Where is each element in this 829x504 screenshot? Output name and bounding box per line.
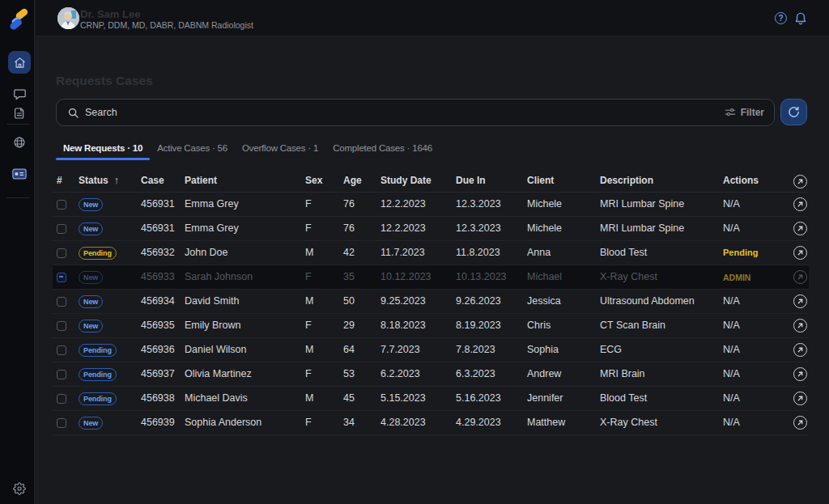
topbar: Dr. Sam Lee CRNP, DDM, MD, DABR, DABNM R… (36, 0, 829, 36)
description-value: Ultrasound Abdomen (600, 295, 695, 307)
age-value: 53 (343, 368, 355, 379)
table-row[interactable]: Pending 456936 Daniel Wilson M 64 7.7.20… (53, 338, 809, 362)
status-badge: New (79, 271, 103, 284)
sidebar-item-network[interactable] (8, 133, 31, 152)
case-number: 456938 (141, 392, 175, 404)
patient-name: Olivia Martinez (185, 368, 252, 379)
table-row[interactable]: Pending 456932 John Doe M 42 11.7.2023 1… (53, 241, 809, 265)
arrow-up-right-icon (797, 346, 804, 354)
action-value: Pending (723, 248, 758, 257)
due-in-value: 9.26.2023 (456, 295, 501, 307)
sex-value: M (305, 295, 313, 307)
study-date-value: 10.12.2023 (380, 271, 432, 282)
col-description: Description (600, 175, 653, 186)
cases-table: # Status↑ Case Patient Sex Age Study Dat… (53, 170, 809, 435)
due-in-value: 12.3.2023 (456, 198, 501, 210)
study-date-value: 7.7.2023 (380, 344, 420, 355)
sex-value: F (305, 271, 312, 282)
row-checkbox[interactable] (57, 297, 66, 307)
open-case-button[interactable] (793, 343, 807, 357)
arrow-up-right-icon (797, 249, 804, 256)
table-row[interactable]: New 456939 Sophia Anderson F 34 4.28.202… (53, 411, 809, 435)
row-checkbox[interactable] (57, 418, 66, 428)
table-row[interactable]: New 456935 Emily Brown F 29 8.18.2023 8.… (53, 314, 809, 338)
client-name: Matthew (527, 417, 565, 428)
table-row[interactable]: New 456934 David Smith M 50 9.25.2023 9.… (53, 290, 809, 314)
action-value: N/A (723, 198, 740, 210)
due-in-value: 7.8.2023 (456, 344, 495, 355)
table-row[interactable]: Pending 456938 Michael Davis M 45 5.15.2… (53, 387, 809, 411)
open-case-button[interactable] (793, 246, 807, 260)
open-case-button[interactable] (793, 270, 807, 284)
user-avatar[interactable] (57, 7, 79, 29)
sort-ascending-icon[interactable]: ↑ (114, 175, 119, 186)
due-in-value: 4.29.2023 (456, 417, 501, 428)
col-case: Case (141, 175, 164, 186)
client-name: Sophia (527, 344, 559, 355)
sex-value: F (305, 320, 312, 331)
open-case-button[interactable] (793, 367, 807, 381)
status-badge: Pending (79, 392, 117, 405)
tab-new-requests[interactable]: New Requests · 10 (56, 139, 150, 160)
table-row[interactable]: New 456931 Emma Grey F 76 12.2.2023 12.3… (53, 193, 809, 217)
tab-active-cases[interactable]: Active Cases · 56 (150, 139, 235, 160)
row-checkbox[interactable] (57, 273, 66, 282)
search-bar[interactable]: Search Filter (56, 99, 775, 126)
table-row[interactable]: New 456933 Sarah Johnson F 35 10.12.2023… (53, 265, 809, 290)
tab-completed-cases[interactable]: Completed Cases · 1646 (325, 139, 440, 160)
age-value: 64 (343, 344, 355, 355)
row-checkbox[interactable] (57, 370, 66, 379)
sidebar-item-messages[interactable] (8, 84, 31, 104)
row-checkbox[interactable] (57, 224, 66, 234)
client-name: Michael (527, 271, 562, 282)
arrow-up-right-icon (797, 419, 804, 426)
case-number: 456939 (141, 417, 175, 428)
open-case-button[interactable] (793, 392, 807, 405)
filter-button[interactable]: Filter (725, 107, 764, 118)
study-date-value: 6.2.2023 (380, 368, 420, 379)
search-input[interactable]: Search (85, 107, 725, 118)
patient-name: Michael Davis (185, 392, 248, 404)
study-date-value: 12.2.2023 (380, 198, 426, 210)
case-number: 456932 (141, 247, 175, 258)
refresh-button[interactable] (780, 99, 807, 125)
row-checkbox[interactable] (57, 321, 66, 331)
row-checkbox[interactable] (57, 200, 66, 210)
patient-name: Daniel Wilson (185, 344, 246, 355)
col-status[interactable]: Status↑ (79, 175, 119, 186)
sidebar-item-settings[interactable] (8, 479, 31, 498)
sidebar-item-card[interactable] (8, 164, 31, 184)
action-value: N/A (723, 222, 740, 234)
open-case-button[interactable] (793, 197, 807, 211)
table-row[interactable]: New 456931 Emma Grey F 76 12.2.2023 12.3… (53, 217, 809, 241)
header-open-all-button[interactable] (793, 175, 807, 188)
arrow-up-right-icon (797, 322, 804, 329)
tab-overflow-cases[interactable]: Overflow Cases · 1 (235, 139, 325, 160)
sidebar (0, 0, 35, 504)
row-checkbox[interactable] (57, 345, 66, 355)
sex-value: F (305, 368, 312, 379)
col-num: # (57, 175, 62, 186)
col-age: Age (343, 175, 362, 186)
open-case-button[interactable] (793, 319, 807, 332)
app-logo-icon[interactable] (8, 8, 30, 30)
home-icon (14, 57, 26, 69)
status-badge: Pending (79, 368, 117, 381)
client-name: Andrew (527, 368, 561, 379)
globe-icon (13, 136, 26, 149)
row-checkbox[interactable] (57, 394, 66, 404)
sidebar-item-home[interactable] (8, 51, 31, 74)
age-value: 29 (343, 320, 355, 331)
due-in-value: 10.13.2023 (456, 271, 507, 282)
notifications-button[interactable] (793, 11, 808, 25)
table-header: # Status↑ Case Patient Sex Age Study Dat… (53, 170, 809, 193)
open-case-button[interactable] (793, 222, 807, 235)
open-case-button[interactable] (793, 416, 807, 430)
help-button[interactable]: ? (775, 12, 787, 24)
row-checkbox[interactable] (57, 248, 66, 258)
case-number: 456935 (141, 320, 175, 331)
table-row[interactable]: Pending 456937 Olivia Martinez F 53 6.2.… (53, 362, 809, 387)
open-case-button[interactable] (793, 294, 807, 308)
sidebar-item-documents[interactable] (8, 104, 31, 123)
filter-sliders-icon (725, 107, 736, 118)
